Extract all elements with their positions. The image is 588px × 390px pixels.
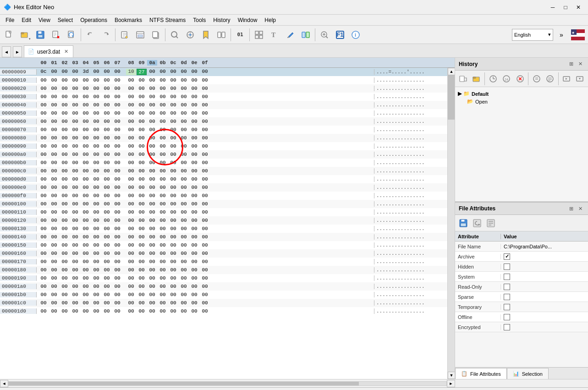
attr-save-btn[interactable] <box>457 217 470 230</box>
attr-checkbox[interactable] <box>504 294 510 300</box>
hex-byte[interactable]: 00 <box>158 119 168 124</box>
hex-byte[interactable]: 00 <box>38 135 49 141</box>
hex-byte[interactable]: 00 <box>126 168 136 174</box>
hex-byte[interactable]: 00 <box>102 160 112 165</box>
hex-byte[interactable]: 00 <box>126 201 136 207</box>
hex-byte[interactable]: 00 <box>179 110 189 116</box>
hex-byte[interactable]: 00 <box>112 176 122 182</box>
hex-byte[interactable]: 00 <box>200 168 210 174</box>
hex-byte[interactable]: 00 <box>189 86 199 91</box>
hex-byte[interactable]: 00 <box>147 193 157 198</box>
hex-byte[interactable]: 00 <box>158 275 168 281</box>
hex-byte[interactable]: 00 <box>189 185 199 190</box>
hex-byte[interactable]: 00 <box>49 168 59 174</box>
hex-byte[interactable]: 0c <box>38 69 49 75</box>
menu-item-history[interactable]: History <box>209 16 234 24</box>
more-button[interactable]: » <box>554 27 569 42</box>
hex-byte[interactable]: 00 <box>158 242 168 248</box>
hex-byte[interactable]: 00 <box>102 152 112 157</box>
hex-byte[interactable]: 00 <box>102 77 112 83</box>
hex-byte[interactable]: 00 <box>137 226 147 231</box>
hex-byte[interactable]: 00 <box>91 185 101 190</box>
hex-byte[interactable]: 00 <box>112 242 122 248</box>
menu-item-bookmarks[interactable]: Bookmarks <box>111 16 146 24</box>
history-collapse-btn[interactable] <box>574 72 586 85</box>
hex-byte[interactable]: 00 <box>49 119 59 124</box>
hex-byte[interactable]: 00 <box>70 259 80 264</box>
hex-byte[interactable]: 00 <box>200 242 210 248</box>
hex-byte[interactable]: 00 <box>102 218 112 223</box>
history-group-header[interactable]: ▶ 📁 Default <box>458 90 585 98</box>
hex-byte[interactable]: 00 <box>70 152 80 157</box>
hex-byte[interactable]: 00 <box>49 226 59 231</box>
hex-byte[interactable]: 00 <box>179 176 189 182</box>
hex-byte[interactable]: 00 <box>179 267 189 273</box>
hex-byte[interactable]: 00 <box>179 152 189 157</box>
hex-byte[interactable]: 00 <box>112 259 122 264</box>
hex-byte[interactable]: 00 <box>49 218 59 223</box>
hex-byte[interactable]: 00 <box>49 251 59 256</box>
hex-byte[interactable]: 00 <box>70 135 80 141</box>
hex-byte[interactable]: 00 <box>60 193 70 198</box>
hex-byte[interactable]: 00 <box>112 86 122 91</box>
hex-byte[interactable]: 00 <box>81 259 91 264</box>
hex-byte[interactable]: 00 <box>49 77 59 83</box>
hex-byte[interactable]: 00 <box>102 94 112 99</box>
hex-byte[interactable]: 00 <box>49 259 59 264</box>
hex-byte[interactable]: 00 <box>81 160 91 165</box>
hex-byte[interactable]: 00 <box>102 110 112 116</box>
hex-byte[interactable]: 00 <box>102 143 112 149</box>
hex-byte[interactable]: 00 <box>126 218 136 223</box>
hex-byte[interactable]: 00 <box>38 152 49 157</box>
hex-byte[interactable]: 00 <box>81 86 91 91</box>
hex-byte[interactable]: 00 <box>158 284 168 289</box>
hex-byte[interactable]: 00 <box>70 143 80 149</box>
hex-byte[interactable]: 00 <box>91 267 101 273</box>
menu-item-window[interactable]: Window <box>234 16 261 24</box>
hex-byte[interactable]: 00 <box>189 102 199 108</box>
vscroll-up[interactable]: ▲ <box>448 68 455 75</box>
hex-byte[interactable]: 00 <box>81 242 91 248</box>
hex-byte[interactable]: 00 <box>49 300 59 306</box>
hex-byte[interactable]: 00 <box>158 201 168 207</box>
hex-byte[interactable]: 00 <box>200 176 210 182</box>
hex-byte[interactable]: 00 <box>158 193 168 198</box>
hex-byte[interactable]: 00 <box>200 160 210 165</box>
hex-byte[interactable]: 00 <box>38 201 49 207</box>
hex-byte[interactable]: 00 <box>70 119 80 124</box>
hex-byte[interactable]: 00 <box>81 193 91 198</box>
hex-byte[interactable]: 00 <box>137 267 147 273</box>
hex-byte[interactable]: 00 <box>168 185 178 190</box>
hex-byte[interactable]: 00 <box>91 168 101 174</box>
goto-button[interactable] <box>183 27 198 42</box>
hex-byte[interactable]: 00 <box>158 102 168 108</box>
hex-byte[interactable]: 00 <box>60 143 70 149</box>
save-view-button[interactable] <box>133 27 148 42</box>
vscroll-down[interactable]: ▼ <box>448 372 455 379</box>
hex-byte[interactable]: 00 <box>91 77 101 83</box>
hex-byte[interactable]: 00 <box>70 251 80 256</box>
hex-byte[interactable]: 00 <box>112 300 122 306</box>
hex-byte[interactable]: 00 <box>102 251 112 256</box>
hex-byte[interactable]: 00 <box>179 127 189 132</box>
hex-byte[interactable]: 00 <box>147 94 157 99</box>
hex-byte[interactable]: 00 <box>112 110 122 116</box>
maximize-button[interactable]: □ <box>560 2 572 12</box>
hex-byte[interactable]: 00 <box>60 284 70 289</box>
hex-byte[interactable]: 00 <box>179 209 189 215</box>
hex-byte[interactable]: 00 <box>38 176 49 182</box>
hex-rows-container[interactable]: 000000090c0000003d0000001027000000000000… <box>0 68 447 379</box>
hex-byte[interactable]: 00 <box>147 308 157 314</box>
hex-byte[interactable]: 00 <box>126 242 136 248</box>
bookmarks-button[interactable] <box>198 27 213 42</box>
hex-byte[interactable]: 00 <box>147 168 157 174</box>
hex-byte[interactable]: 00 <box>168 110 178 116</box>
hex-byte[interactable]: 00 <box>126 308 136 314</box>
compare2-button[interactable] <box>298 27 313 42</box>
hex-byte[interactable]: 00 <box>60 160 70 165</box>
hex-byte[interactable]: 00 <box>168 308 178 314</box>
hex-byte[interactable]: 00 <box>137 185 147 190</box>
hex-byte[interactable]: 00 <box>200 185 210 190</box>
hex-byte[interactable]: 00 <box>81 127 91 132</box>
attr-cell-value[interactable]: ✓ <box>501 253 588 260</box>
